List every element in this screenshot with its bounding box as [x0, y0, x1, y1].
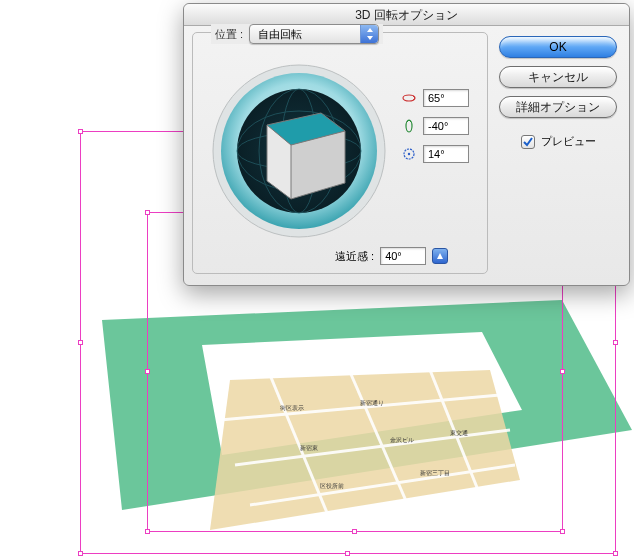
- perspective-input[interactable]: [380, 247, 426, 265]
- cancel-button[interactable]: キャンセル: [499, 66, 617, 88]
- chevron-updown-icon: [360, 25, 378, 43]
- preview-checkbox[interactable]: [521, 135, 535, 149]
- svg-point-23: [408, 153, 410, 155]
- position-label: 位置 :: [215, 27, 243, 42]
- rotate-z-input[interactable]: [423, 145, 469, 163]
- preview-label: プレビュー: [541, 134, 596, 149]
- perspective-label: 遠近感 :: [335, 249, 374, 264]
- rotate-x-input[interactable]: [423, 89, 469, 107]
- ok-button[interactable]: OK: [499, 36, 617, 58]
- rotation-trackball[interactable]: [211, 63, 387, 239]
- rotate-y-input[interactable]: [423, 117, 469, 135]
- position-select[interactable]: 自由回転: [249, 24, 379, 44]
- dialog-title: 3D 回転オプション: [184, 4, 629, 26]
- perspective-stepper[interactable]: [432, 248, 448, 264]
- position-select-value: 自由回転: [258, 27, 302, 42]
- rotate-y-icon: [401, 118, 417, 134]
- dialog-3d-rotate-options: 3D 回転オプション 位置 : 自由回転: [183, 3, 630, 286]
- rotate-x-icon: [401, 90, 417, 106]
- more-options-button[interactable]: 詳細オプション: [499, 96, 617, 118]
- rotate-z-icon: [401, 146, 417, 162]
